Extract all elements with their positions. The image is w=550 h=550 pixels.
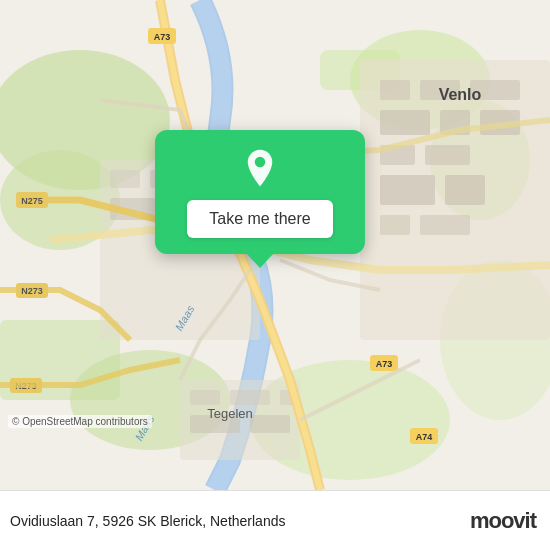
svg-rect-14 <box>380 110 430 135</box>
svg-text:N273: N273 <box>21 286 43 296</box>
location-pin-icon <box>239 148 281 190</box>
svg-rect-35 <box>250 415 290 433</box>
svg-rect-18 <box>425 145 470 165</box>
svg-text:A74: A74 <box>416 432 433 442</box>
svg-rect-20 <box>445 175 485 205</box>
take-me-there-button[interactable]: Take me there <box>187 200 332 238</box>
svg-text:N275: N275 <box>21 196 43 206</box>
address-text: Ovidiuslaan 7, 5926 SK Blerick, Netherla… <box>10 513 285 529</box>
svg-text:A73: A73 <box>154 32 171 42</box>
svg-text:A73: A73 <box>376 359 393 369</box>
svg-rect-11 <box>380 80 410 100</box>
moovit-wordmark: moovit <box>470 508 536 534</box>
moovit-logo: moovit <box>470 508 536 534</box>
svg-rect-21 <box>380 215 410 235</box>
svg-rect-31 <box>190 390 220 405</box>
svg-text:Venlo: Venlo <box>439 86 482 103</box>
svg-rect-22 <box>420 215 470 235</box>
map-view[interactable]: A73 A73 A73 A74 N275 N273 N273 <box>0 0 550 490</box>
bottom-bar: Ovidiuslaan 7, 5926 SK Blerick, Netherla… <box>0 490 550 550</box>
svg-rect-24 <box>110 170 140 188</box>
svg-rect-19 <box>380 175 435 205</box>
svg-point-54 <box>255 157 266 168</box>
location-popup: Take me there <box>155 130 365 254</box>
svg-text:Tegelen: Tegelen <box>207 406 253 421</box>
copyright-text: © OpenStreetMap contributors <box>8 415 152 428</box>
svg-rect-32 <box>230 390 270 405</box>
